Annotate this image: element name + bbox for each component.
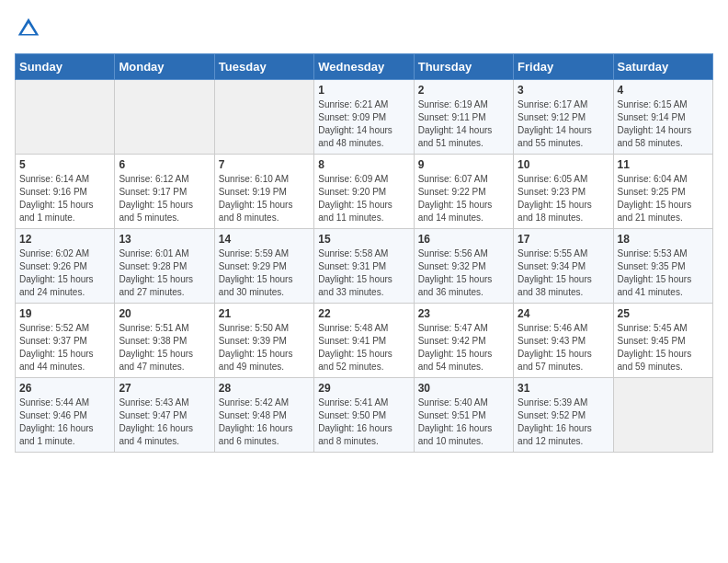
- weekday-header: Thursday: [414, 54, 513, 80]
- day-number: 21: [219, 307, 310, 320]
- day-info: Sunrise: 5:53 AMSunset: 9:35 PMDaylight:…: [618, 247, 709, 299]
- weekday-header: Wednesday: [314, 54, 414, 80]
- calendar-cell: 1Sunrise: 6:21 AMSunset: 9:09 PMDaylight…: [314, 80, 414, 155]
- day-number: 19: [19, 307, 110, 320]
- calendar-cell: 26Sunrise: 5:44 AMSunset: 9:46 PMDayligh…: [16, 378, 115, 453]
- logo: [15, 15, 46, 42]
- day-number: 24: [518, 307, 609, 320]
- day-info: Sunrise: 6:21 AMSunset: 9:09 PMDaylight:…: [318, 98, 409, 150]
- calendar-cell: 13Sunrise: 6:01 AMSunset: 9:28 PMDayligh…: [115, 229, 214, 304]
- day-info: Sunrise: 5:45 AMSunset: 9:45 PMDaylight:…: [618, 322, 709, 373]
- calendar-cell: [613, 378, 712, 453]
- calendar-cell: 3Sunrise: 6:17 AMSunset: 9:12 PMDaylight…: [514, 80, 613, 155]
- weekday-header: Friday: [514, 54, 613, 80]
- calendar-cell: 5Sunrise: 6:14 AMSunset: 9:16 PMDaylight…: [16, 155, 115, 229]
- day-info: Sunrise: 5:40 AMSunset: 9:51 PMDaylight:…: [418, 396, 509, 448]
- calendar-cell: 17Sunrise: 5:55 AMSunset: 9:34 PMDayligh…: [514, 229, 613, 304]
- day-number: 18: [618, 233, 709, 246]
- day-info: Sunrise: 6:01 AMSunset: 9:28 PMDaylight:…: [119, 247, 210, 299]
- day-number: 17: [518, 233, 609, 246]
- day-info: Sunrise: 6:10 AMSunset: 9:19 PMDaylight:…: [219, 173, 310, 224]
- calendar-cell: 7Sunrise: 6:10 AMSunset: 9:19 PMDaylight…: [214, 155, 313, 229]
- calendar-cell: 30Sunrise: 5:40 AMSunset: 9:51 PMDayligh…: [414, 378, 513, 453]
- day-number: 4: [618, 84, 709, 97]
- calendar-cell: 6Sunrise: 6:12 AMSunset: 9:17 PMDaylight…: [115, 155, 214, 229]
- calendar-cell: 9Sunrise: 6:07 AMSunset: 9:22 PMDaylight…: [414, 155, 513, 229]
- day-number: 7: [219, 158, 310, 171]
- calendar-cell: 19Sunrise: 5:52 AMSunset: 9:37 PMDayligh…: [16, 304, 115, 378]
- day-number: 31: [518, 382, 609, 395]
- calendar-cell: 18Sunrise: 5:53 AMSunset: 9:35 PMDayligh…: [613, 229, 712, 304]
- calendar-cell: 23Sunrise: 5:47 AMSunset: 9:42 PMDayligh…: [414, 304, 513, 378]
- calendar-cell: 16Sunrise: 5:56 AMSunset: 9:32 PMDayligh…: [414, 229, 513, 304]
- calendar-cell: 11Sunrise: 6:04 AMSunset: 9:25 PMDayligh…: [613, 155, 712, 229]
- calendar-cell: 20Sunrise: 5:51 AMSunset: 9:38 PMDayligh…: [115, 304, 214, 378]
- day-info: Sunrise: 5:50 AMSunset: 9:39 PMDaylight:…: [219, 322, 310, 373]
- weekday-header: Monday: [115, 54, 214, 80]
- day-info: Sunrise: 6:07 AMSunset: 9:22 PMDaylight:…: [418, 173, 509, 224]
- calendar-cell: [214, 80, 313, 155]
- day-number: 29: [318, 382, 409, 395]
- calendar-cell: [115, 80, 214, 155]
- day-number: 2: [418, 84, 509, 97]
- day-number: 8: [318, 158, 409, 171]
- day-info: Sunrise: 5:48 AMSunset: 9:41 PMDaylight:…: [318, 322, 409, 373]
- calendar-cell: 10Sunrise: 6:05 AMSunset: 9:23 PMDayligh…: [514, 155, 613, 229]
- page-header: [15, 15, 713, 42]
- calendar-week-row: 26Sunrise: 5:44 AMSunset: 9:46 PMDayligh…: [16, 378, 713, 453]
- calendar-cell: 27Sunrise: 5:43 AMSunset: 9:47 PMDayligh…: [115, 378, 214, 453]
- calendar-cell: 24Sunrise: 5:46 AMSunset: 9:43 PMDayligh…: [514, 304, 613, 378]
- weekday-header: Tuesday: [214, 54, 313, 80]
- day-number: 6: [119, 158, 210, 171]
- day-info: Sunrise: 5:55 AMSunset: 9:34 PMDaylight:…: [518, 247, 609, 299]
- calendar-week-row: 19Sunrise: 5:52 AMSunset: 9:37 PMDayligh…: [16, 304, 713, 378]
- calendar-cell: 14Sunrise: 5:59 AMSunset: 9:29 PMDayligh…: [214, 229, 313, 304]
- day-info: Sunrise: 6:14 AMSunset: 9:16 PMDaylight:…: [19, 173, 110, 224]
- day-number: 15: [318, 233, 409, 246]
- day-number: 20: [119, 307, 210, 320]
- day-info: Sunrise: 6:12 AMSunset: 9:17 PMDaylight:…: [119, 173, 210, 224]
- calendar-cell: 2Sunrise: 6:19 AMSunset: 9:11 PMDaylight…: [414, 80, 513, 155]
- day-number: 13: [119, 233, 210, 246]
- logo-icon: [15, 15, 42, 42]
- day-number: 12: [19, 233, 110, 246]
- calendar-week-row: 12Sunrise: 6:02 AMSunset: 9:26 PMDayligh…: [16, 229, 713, 304]
- day-number: 11: [618, 158, 709, 171]
- calendar-cell: 25Sunrise: 5:45 AMSunset: 9:45 PMDayligh…: [613, 304, 712, 378]
- calendar-cell: [16, 80, 115, 155]
- calendar-cell: 8Sunrise: 6:09 AMSunset: 9:20 PMDaylight…: [314, 155, 414, 229]
- day-number: 14: [219, 233, 310, 246]
- day-info: Sunrise: 6:19 AMSunset: 9:11 PMDaylight:…: [418, 98, 509, 150]
- calendar-cell: 4Sunrise: 6:15 AMSunset: 9:14 PMDaylight…: [613, 80, 712, 155]
- day-info: Sunrise: 6:09 AMSunset: 9:20 PMDaylight:…: [318, 173, 409, 224]
- calendar-cell: 31Sunrise: 5:39 AMSunset: 9:52 PMDayligh…: [514, 378, 613, 453]
- weekday-header: Sunday: [16, 54, 115, 80]
- calendar-cell: 28Sunrise: 5:42 AMSunset: 9:48 PMDayligh…: [214, 378, 313, 453]
- calendar-cell: 12Sunrise: 6:02 AMSunset: 9:26 PMDayligh…: [16, 229, 115, 304]
- calendar-cell: 29Sunrise: 5:41 AMSunset: 9:50 PMDayligh…: [314, 378, 414, 453]
- day-number: 26: [19, 382, 110, 395]
- calendar-week-row: 1Sunrise: 6:21 AMSunset: 9:09 PMDaylight…: [16, 80, 713, 155]
- day-info: Sunrise: 6:04 AMSunset: 9:25 PMDaylight:…: [618, 173, 709, 224]
- day-number: 22: [318, 307, 409, 320]
- day-number: 23: [418, 307, 509, 320]
- day-info: Sunrise: 5:46 AMSunset: 9:43 PMDaylight:…: [518, 322, 609, 373]
- day-info: Sunrise: 5:56 AMSunset: 9:32 PMDaylight:…: [418, 247, 509, 299]
- calendar-week-row: 5Sunrise: 6:14 AMSunset: 9:16 PMDaylight…: [16, 155, 713, 229]
- day-info: Sunrise: 5:39 AMSunset: 9:52 PMDaylight:…: [518, 396, 609, 448]
- day-number: 10: [518, 158, 609, 171]
- day-info: Sunrise: 5:52 AMSunset: 9:37 PMDaylight:…: [19, 322, 110, 373]
- day-info: Sunrise: 5:47 AMSunset: 9:42 PMDaylight:…: [418, 322, 509, 373]
- day-info: Sunrise: 5:59 AMSunset: 9:29 PMDaylight:…: [219, 247, 310, 299]
- day-info: Sunrise: 5:41 AMSunset: 9:50 PMDaylight:…: [318, 396, 409, 448]
- day-info: Sunrise: 5:51 AMSunset: 9:38 PMDaylight:…: [119, 322, 210, 373]
- day-info: Sunrise: 5:44 AMSunset: 9:46 PMDaylight:…: [19, 396, 110, 448]
- calendar-table: SundayMondayTuesdayWednesdayThursdayFrid…: [15, 53, 713, 453]
- calendar-cell: 21Sunrise: 5:50 AMSunset: 9:39 PMDayligh…: [214, 304, 313, 378]
- day-number: 25: [618, 307, 709, 320]
- day-number: 16: [418, 233, 509, 246]
- day-number: 30: [418, 382, 509, 395]
- weekday-header: Saturday: [613, 54, 712, 80]
- day-info: Sunrise: 6:05 AMSunset: 9:23 PMDaylight:…: [518, 173, 609, 224]
- day-number: 5: [19, 158, 110, 171]
